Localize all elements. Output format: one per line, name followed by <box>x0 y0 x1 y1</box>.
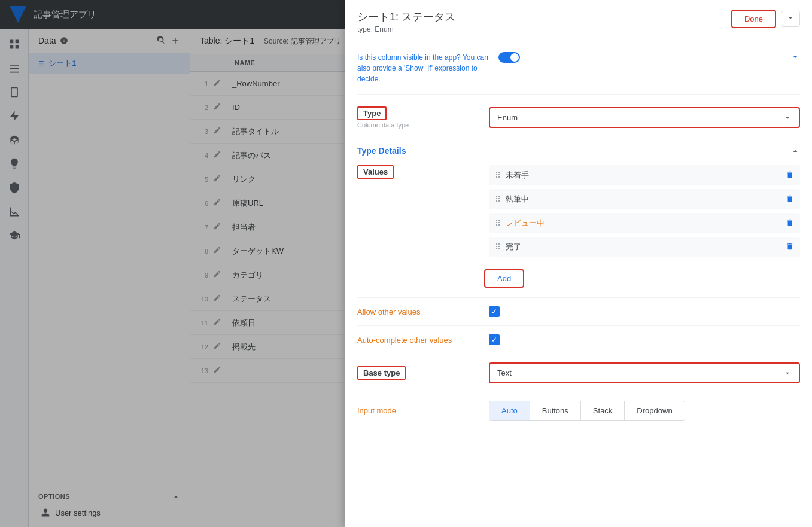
visibility-toggle[interactable] <box>489 51 782 63</box>
main-layout: Data ≡ シート1 OPTIONS User settings <box>0 29 812 527</box>
type-row: Type Column data type Enum <box>357 106 800 129</box>
auto-complete-row: Auto-complete other values <box>357 334 800 345</box>
type-sublabel: Column data type <box>357 121 489 129</box>
delete-btn[interactable] <box>786 194 794 205</box>
type-label: Type <box>357 106 387 120</box>
visibility-row: Is this column visible in the app? You c… <box>357 51 800 95</box>
value-text: 未着手 <box>506 170 781 181</box>
chevron-button[interactable] <box>781 11 800 27</box>
value-text: 執筆中 <box>506 194 781 205</box>
type-select-wrap: Enum <box>489 107 800 128</box>
column-settings-modal: シート1: ステータス type: Enum Done Is this colu… <box>345 0 812 527</box>
value-item: ⠿ 執筆中 <box>489 189 800 209</box>
type-label-box: Type Column data type <box>357 106 489 129</box>
value-item: ⠿ 完了 <box>489 237 800 257</box>
values-list: ⠿ 未着手 ⠿ 執筆中 ⠿ レビュー中 ⠿ 完了 <box>489 165 800 257</box>
input-mode-row: Input mode AutoButtonsStackDropdown <box>357 401 800 421</box>
base-type-select[interactable]: Text <box>489 362 800 383</box>
input-mode-label: Input mode <box>357 406 479 415</box>
values-label: Values <box>357 165 394 179</box>
mode-btn-buttons[interactable]: Buttons <box>530 401 580 420</box>
delete-btn[interactable] <box>786 170 794 181</box>
divider-4 <box>357 354 800 354</box>
values-label-wrap: Values <box>357 165 479 257</box>
drag-handle[interactable]: ⠿ <box>495 218 501 228</box>
add-button[interactable]: Add <box>484 269 524 288</box>
add-btn-wrap: Add <box>357 267 800 288</box>
value-text: レビュー中 <box>506 218 781 229</box>
allow-other-row: Allow other values <box>357 306 800 317</box>
base-type-label-wrap: Base type <box>357 366 479 380</box>
base-type-chevron <box>783 369 792 377</box>
mode-btn-stack[interactable]: Stack <box>580 401 625 420</box>
divider-1 <box>357 141 800 141</box>
divider-3 <box>357 325 800 326</box>
mode-btn-dropdown[interactable]: Dropdown <box>624 401 684 420</box>
allow-other-label: Allow other values <box>357 307 479 316</box>
section-header: Type Details <box>357 146 800 156</box>
delete-btn[interactable] <box>786 242 794 252</box>
type-select[interactable]: Enum <box>489 107 800 128</box>
divider-2 <box>357 297 800 298</box>
base-type-value: Text <box>497 368 512 377</box>
value-item: ⠿ 未着手 <box>489 165 800 185</box>
divider-5 <box>357 392 800 392</box>
allow-other-checkbox[interactable] <box>489 306 500 317</box>
modal-header: シート1: ステータス type: Enum Done <box>345 0 812 41</box>
modal-title-area: シート1: ステータス type: Enum <box>357 10 455 33</box>
modal-title: シート1: ステータス <box>357 10 455 24</box>
modal-header-actions: Done <box>731 10 800 28</box>
visibility-label: Is this column visible in the app? You c… <box>357 51 489 84</box>
type-select-value: Enum <box>497 113 518 122</box>
base-type-label: Base type <box>357 366 406 380</box>
type-details-title: Type Details <box>357 146 406 156</box>
visibility-collapse-icon[interactable] <box>790 52 800 62</box>
mode-buttons: AutoButtonsStackDropdown <box>489 401 685 421</box>
drag-handle[interactable]: ⠿ <box>495 242 501 252</box>
type-select-chevron <box>783 114 792 122</box>
mode-btn-auto[interactable]: Auto <box>489 401 530 420</box>
visibility-toggle-switch[interactable] <box>498 52 520 63</box>
values-row: Values ⠿ 未着手 ⠿ 執筆中 ⠿ レビュー中 ⠿ 完了 <box>357 165 800 257</box>
base-type-row: Base type Text <box>357 362 800 383</box>
auto-complete-checkbox[interactable] <box>489 334 500 345</box>
delete-btn[interactable] <box>786 218 794 229</box>
modal-body: Is this column visible in the app? You c… <box>345 41 812 527</box>
modal-subtitle: type: Enum <box>357 25 455 33</box>
auto-complete-label: Auto-complete other values <box>357 336 479 345</box>
drag-handle[interactable]: ⠿ <box>495 170 501 180</box>
modal-overlay: シート1: ステータス type: Enum Done Is this colu… <box>0 0 812 527</box>
chevron-icon <box>786 14 795 22</box>
value-text: 完了 <box>506 242 781 252</box>
drag-handle[interactable]: ⠿ <box>495 194 501 204</box>
done-button[interactable]: Done <box>731 10 776 28</box>
section-collapse-icon[interactable] <box>790 146 800 156</box>
value-item: ⠿ レビュー中 <box>489 213 800 233</box>
